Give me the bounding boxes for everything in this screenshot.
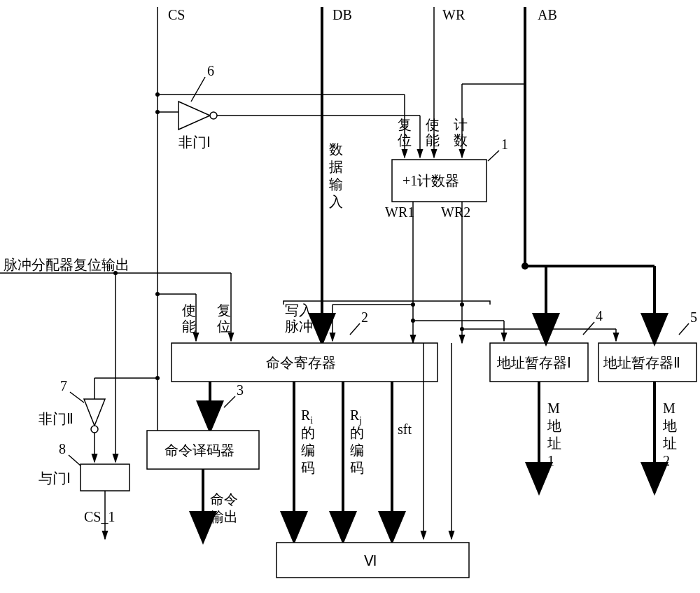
rj-4: 码 (350, 460, 364, 475)
data-in-2: 输 (329, 176, 343, 192)
num-2: 2 (361, 309, 368, 325)
pulse-reset-label: 脉冲分配器复位输出 (4, 257, 130, 272)
ri-2: 的 (301, 425, 315, 440)
num-3: 3 (237, 382, 244, 398)
reset-lbl-2: 位 (398, 132, 412, 148)
enable-lbl-1: 使 (426, 117, 440, 132)
rst-lbl-2: 位 (217, 319, 231, 334)
not-gate-1 (178, 102, 217, 130)
count-lbl-1: 计 (454, 117, 468, 132)
wr2-label: WR2 (441, 204, 470, 220)
cmd-out1: 命令 (210, 491, 238, 507)
cmd-decoder-label: 命令译码器 (164, 442, 234, 458)
num-6: 6 (207, 63, 214, 78)
svg-line-5 (191, 77, 205, 102)
num-5: 5 (690, 309, 697, 325)
maddr2-2: 址 (662, 435, 677, 451)
en-lbl-1: 使 (182, 302, 196, 318)
ri-3: 编 (301, 442, 315, 458)
write-pulse-1: 写入 (285, 302, 313, 318)
svg-line-45 (679, 323, 689, 335)
cmd-out2: 输出 (210, 509, 238, 524)
num-1: 1 (501, 137, 508, 152)
not1-label: 非门Ⅰ (178, 134, 211, 150)
num-4: 4 (596, 308, 603, 323)
svg-line-43 (350, 323, 360, 335)
maddr1-0: M (547, 400, 560, 416)
write-pulse-2: 脉冲 (285, 319, 313, 334)
svg-point-58 (91, 426, 98, 433)
maddr2-3: 2 (663, 453, 670, 468)
wr-label: WR (442, 7, 465, 22)
ri-1: Ri (301, 407, 313, 426)
svg-point-4 (210, 112, 217, 119)
reset-lbl-1: 复 (398, 117, 412, 132)
vi-label: Ⅵ (364, 553, 377, 568)
rst-lbl-1: 复 (217, 302, 231, 318)
cs-label: CS (168, 7, 185, 22)
counter-label: +1计数器 (402, 173, 459, 188)
rj-2: 的 (350, 425, 364, 440)
maddr1-2: 址 (547, 435, 561, 451)
and1-label: 与门Ⅰ (38, 470, 71, 486)
sft-label: sft (398, 421, 412, 437)
wr1-label: WR1 (385, 204, 414, 220)
addr-reg2-label: 地址暂存器Ⅱ (603, 355, 680, 370)
maddr1-3: 1 (547, 453, 554, 468)
ab-label: AB (538, 7, 557, 22)
db-label: DB (332, 7, 352, 22)
num-7: 7 (60, 378, 67, 393)
num-8: 8 (59, 441, 66, 456)
maddr2-1: 地 (662, 418, 677, 433)
svg-line-59 (70, 392, 84, 403)
maddr2-0: M (663, 400, 676, 416)
not2-label: 非门Ⅱ (38, 411, 74, 426)
and-gate-1 (80, 464, 130, 491)
data-in-1: 据 (329, 159, 343, 174)
cmd-register-label: 命令寄存器 (266, 355, 336, 370)
svg-line-15 (488, 151, 499, 161)
en-lbl-2: 能 (182, 319, 196, 334)
not-gate-2 (84, 399, 105, 433)
cs1-label: CS_1 (84, 509, 115, 524)
rj-3: 编 (350, 442, 364, 458)
enable-lbl-2: 能 (426, 132, 440, 148)
addr-reg1-label: 地址暂存器Ⅰ (496, 355, 571, 370)
ri-4: 码 (301, 460, 315, 475)
svg-line-51 (224, 396, 235, 407)
svg-line-61 (69, 455, 80, 466)
count-lbl-2: 数 (454, 132, 468, 148)
maddr1-1: 地 (547, 418, 561, 433)
svg-point-41 (460, 327, 464, 331)
rj-1: Rj (350, 407, 362, 426)
data-in-3: 入 (329, 194, 343, 209)
svg-point-38 (411, 319, 415, 323)
data-in-0: 数 (329, 141, 343, 157)
svg-line-44 (583, 322, 594, 335)
